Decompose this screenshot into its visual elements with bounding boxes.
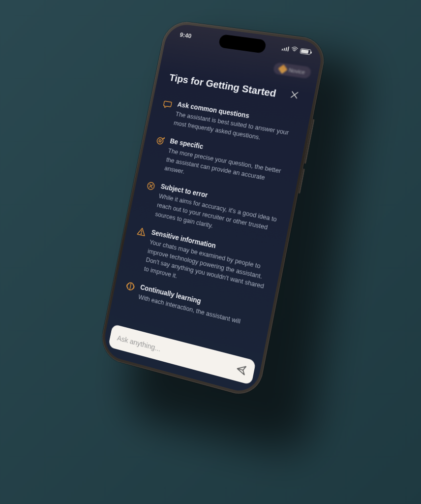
brain-icon	[124, 280, 137, 293]
tip-description: With each interaction, the assistant wil…	[137, 292, 259, 331]
speech-bubble-icon	[161, 98, 174, 111]
wifi-icon	[291, 46, 299, 54]
svg-point-0	[294, 51, 295, 52]
warning-triangle-icon	[135, 225, 148, 239]
svg-point-4	[141, 233, 141, 234]
signal-icon	[281, 46, 289, 52]
badge-label: Novice	[288, 67, 305, 75]
error-circle-icon	[145, 180, 157, 193]
status-time: 9:40	[177, 31, 192, 39]
battery-icon	[300, 48, 311, 55]
target-icon	[154, 134, 167, 148]
svg-point-2	[159, 139, 161, 142]
level-badge[interactable]: Novice	[273, 62, 312, 79]
send-button[interactable]	[232, 360, 251, 380]
svg-point-1	[156, 137, 163, 145]
close-button[interactable]	[286, 87, 302, 106]
status-icons	[281, 45, 312, 56]
